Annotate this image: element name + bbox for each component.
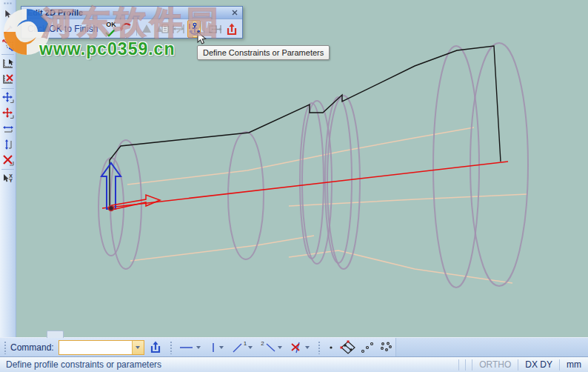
status-toggle-dxdy[interactable]: DX DY [518, 359, 559, 371]
horizontal-arrow-icon [2, 123, 14, 135]
delete-measure-button[interactable] [1, 73, 15, 86]
vertical-line-icon [209, 342, 218, 353]
xy-readout-button[interactable]: X Y [1, 172, 15, 185]
polygon-points-tool-button[interactable] [338, 340, 358, 355]
scatter-points-icon [378, 342, 393, 353]
line-icon [178, 342, 195, 353]
status-message: Define profile constraints or parameters [0, 359, 458, 370]
status-cell-empty [465, 359, 472, 371]
chevron-down-icon [248, 346, 253, 349]
command-history-dropdown[interactable] [132, 341, 144, 354]
send-up-arrow-icon [150, 341, 161, 353]
command-label: Command: [10, 342, 54, 353]
line-angle1-tool-button[interactable]: 1 [230, 340, 254, 355]
delete-constraint-button[interactable] [1, 153, 15, 167]
move-arrows-red-icon [2, 107, 14, 119]
close-icon[interactable] [230, 8, 239, 17]
point-tool-button[interactable] [325, 340, 337, 355]
command-bar: Command: 1 2 [0, 337, 588, 356]
line-tool-button[interactable] [177, 340, 202, 355]
command-bar-empty-area [395, 338, 588, 356]
chevron-down-icon [196, 346, 201, 349]
toolbar-drag-handle[interactable] [4, 341, 7, 354]
xy-cursor-icon: X Y [3, 174, 13, 183]
tooltip-text: Define Constraints or Parameters [203, 48, 324, 57]
measure-tool-button[interactable] [1, 57, 15, 70]
multi-point-icon [361, 342, 374, 353]
angle1-label: 1 [244, 340, 247, 347]
status-units-mm[interactable]: mm [559, 359, 588, 371]
exit-up-arrow-icon [226, 23, 238, 36]
xy-y-label: Y [9, 178, 13, 183]
line-angle2-tool-button[interactable]: 2 [259, 340, 283, 355]
status-toggle-ortho[interactable]: ORTHO [472, 359, 518, 371]
trim-icon [290, 342, 304, 353]
toolbar-drag-handle[interactable] [318, 341, 321, 354]
chevron-down-icon [219, 346, 224, 349]
sidebar-drag-handle[interactable] [3, 1, 13, 5]
chevron-down-icon [305, 346, 310, 349]
command-input-group [59, 340, 144, 355]
status-cell-empty [458, 359, 465, 371]
status-bar: Define profile constraints or parameters… [0, 356, 588, 372]
toolbar-drag-handle[interactable] [170, 341, 173, 354]
multi-point-tool-button[interactable] [359, 340, 375, 355]
point-icon [327, 343, 335, 352]
send-command-button[interactable] [148, 340, 163, 355]
watermark-site-name: 河东软件园 [41, 1, 223, 44]
angle2-label: 2 [261, 340, 264, 347]
tooltip: Define Constraints or Parameters [197, 45, 330, 60]
angle-line-down-icon [264, 342, 276, 353]
move-arrows-blue-icon [2, 92, 14, 104]
vertical-arrow-icon [2, 139, 14, 150]
polygon-points-icon [340, 340, 356, 355]
scatter-points-tool-button[interactable] [377, 340, 395, 355]
chevron-down-icon [278, 346, 282, 349]
watermark-url: www.pc0359.cn [39, 39, 175, 59]
trim-tool-button[interactable] [289, 340, 311, 355]
move-node-blue-button[interactable] [1, 91, 15, 104]
sidebar-separator [1, 169, 14, 170]
exit-sketch-button[interactable] [225, 20, 238, 38]
move-node-red-button[interactable] [1, 107, 15, 120]
ruler-delete-icon [2, 73, 14, 85]
horizontal-constraint-button[interactable] [1, 122, 15, 136]
cad-application-window: X Y Edit 2D Profile Click OK to Finish O… [0, 0, 588, 372]
delete-x-icon [2, 154, 14, 166]
vertical-line-tool-button[interactable] [207, 340, 225, 355]
sidebar-separator [1, 88, 14, 89]
ruler-cursor-icon [2, 58, 14, 70]
chevron-down-icon [136, 346, 140, 349]
angle-line-icon [232, 342, 244, 353]
panel-tab-notch[interactable] [47, 331, 64, 338]
vertical-constraint-button[interactable] [1, 138, 15, 151]
command-input[interactable] [59, 341, 132, 353]
